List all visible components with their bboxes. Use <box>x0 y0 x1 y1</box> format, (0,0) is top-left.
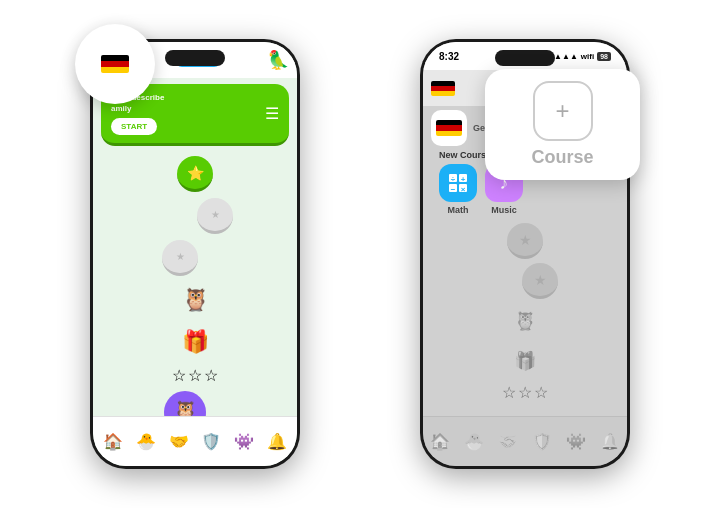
nav-friends[interactable]: 🤝 <box>169 432 189 451</box>
math-course-item[interactable]: ÷ + − × Math <box>439 164 477 215</box>
grey-node-2-wrap: ★ <box>522 263 558 299</box>
german-icon <box>431 110 467 146</box>
grey-star-b: ☆ <box>518 383 532 402</box>
nav-home[interactable]: 🏠 <box>103 432 123 451</box>
german-flag-p2 <box>431 81 455 96</box>
music-label: Music <box>491 205 517 215</box>
grey-chest: 🎁 <box>507 343 543 379</box>
p2-nav-characters: 🐣 <box>464 432 484 451</box>
node-1-wrapper: ⭐ <box>177 156 213 192</box>
nav-profile[interactable]: 👾 <box>234 432 254 451</box>
star-2: ☆ <box>188 366 202 385</box>
grey-star-c: ☆ <box>534 383 548 402</box>
math-icon: ÷ + − × <box>439 164 477 202</box>
grey-star-1: ★ <box>519 232 532 248</box>
node-2-locked[interactable]: ★ <box>197 198 233 234</box>
phone-2: + Course 8:32 ▲▲▲ wifi 98 <box>420 39 630 469</box>
signal-icon: ▲▲▲ <box>554 52 578 61</box>
node-1-active[interactable]: ⭐ <box>177 156 213 192</box>
status-icons: ▲▲▲ wifi 98 <box>554 52 611 61</box>
owl-node: 🦉 <box>177 282 213 318</box>
grey-stars: ☆ ☆ ☆ <box>502 383 548 402</box>
bottom-navigation: 🏠 🐣 🤝 🛡️ 👾 🔔 <box>93 416 297 466</box>
grey-node-2: ★ <box>522 263 558 299</box>
status-time: 8:32 <box>439 51 459 62</box>
p2-nav-friends: 🤝 <box>498 432 518 451</box>
learning-path: ⭐ ★ ★ 🦉 <box>93 152 297 437</box>
math-label: Math <box>448 205 469 215</box>
node-3-locked[interactable]: ★ <box>162 240 198 276</box>
grey-star-a: ☆ <box>502 383 516 402</box>
owl-icon: 🦉 <box>182 287 209 313</box>
stars-rating: ☆ ☆ ☆ <box>172 366 218 385</box>
avatar-icon: 🦜 <box>267 49 289 71</box>
phone1-screen: 💎 505 🦜 cafe, describe amily START ☰ <box>93 42 297 466</box>
p2-nav-bell: 🔔 <box>600 432 620 451</box>
plus-icon: + <box>555 97 569 125</box>
grey-star-2: ★ <box>534 272 547 288</box>
node-3-wrapper: ★ <box>162 240 198 276</box>
start-button[interactable]: START <box>111 118 157 135</box>
dynamic-island <box>165 50 225 66</box>
phone-1: 💎 505 🦜 cafe, describe amily START ☰ <box>90 39 300 469</box>
p2-nav-home: 🏠 <box>430 432 450 451</box>
lesson-icon: ☰ <box>265 104 279 123</box>
star-active-icon: ⭐ <box>187 165 204 181</box>
chest-icon: 🎁 <box>182 329 209 355</box>
p2-nav-shield: 🛡️ <box>532 432 552 451</box>
svg-text:−: − <box>451 185 456 194</box>
course-label-text: Course <box>501 147 624 168</box>
german-flag-icon <box>436 120 462 136</box>
battery-icon: 98 <box>597 52 611 61</box>
german-flag-callout <box>101 55 129 73</box>
dynamic-island-2 <box>495 50 555 66</box>
chest-node[interactable]: 🎁 <box>177 324 213 360</box>
lesson-subtitle: amily <box>111 103 164 114</box>
scene: 💎 505 🦜 cafe, describe amily START ☰ <box>0 0 720 508</box>
flag-callout-circle <box>75 24 155 104</box>
svg-text:+: + <box>461 175 466 184</box>
phone2-bottom-nav: 🏠 🐣 🤝 🛡️ 👾 🔔 <box>423 416 627 466</box>
greyed-path: ★ ★ 🦉 🎁 ☆ ☆ ☆ <box>423 219 627 402</box>
p2-nav-profile: 👾 <box>566 432 586 451</box>
add-course-callout: + Course <box>485 69 640 180</box>
star-1: ☆ <box>172 366 186 385</box>
svg-text:÷: ÷ <box>451 175 456 184</box>
node-2-wrapper: ★ <box>197 198 233 234</box>
star-3: ☆ <box>204 366 218 385</box>
nav-bell[interactable]: 🔔 <box>267 432 287 451</box>
star-locked-icon: ★ <box>211 209 220 220</box>
add-course-box[interactable]: + <box>533 81 593 141</box>
flag-stripe-yellow <box>101 67 129 73</box>
grey-node-1: ★ <box>507 223 543 259</box>
wifi-icon: wifi <box>581 52 594 61</box>
grey-owl: 🦉 <box>507 303 543 339</box>
nav-characters[interactable]: 🐣 <box>136 432 156 451</box>
nav-shield[interactable]: 🛡️ <box>201 432 221 451</box>
svg-text:×: × <box>461 185 466 194</box>
star-locked-icon-2: ★ <box>176 251 185 262</box>
